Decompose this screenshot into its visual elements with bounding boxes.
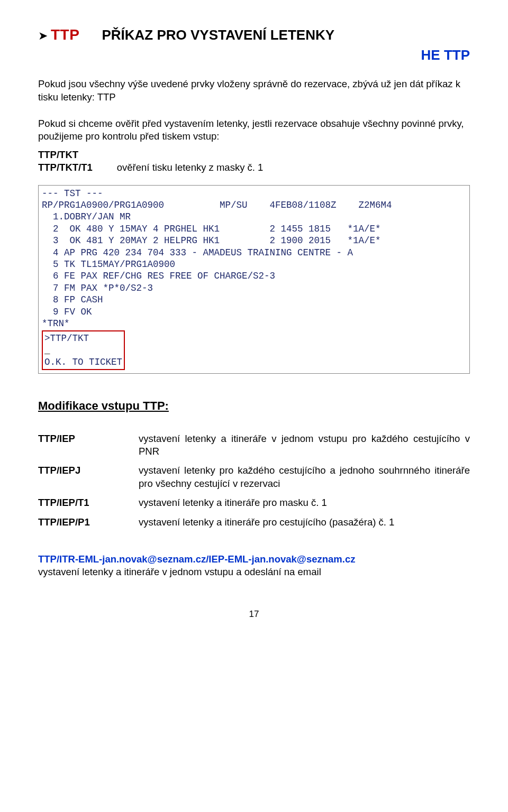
page-title-row: ➤ TTP PŘÍKAZ PRO VYSTAVENÍ LETENKY bbox=[38, 25, 470, 45]
intro-paragraph-1: Pokud jsou všechny výše uvedené prvky vl… bbox=[38, 78, 470, 104]
terminal-output: --- TST --- RP/PRG1A0900/PRG1A0900 MP/SU… bbox=[38, 185, 470, 374]
cmd-ttp-tkt-desc bbox=[117, 149, 264, 161]
tst-line: --- TST --- bbox=[42, 188, 466, 199]
modifications-heading: Modifikace vstupu TTP: bbox=[38, 398, 470, 413]
cmd-ttp-tkt-t1-desc: ověření tisku letenky z masky č. 1 bbox=[117, 161, 264, 174]
tst-line: 4 AP PRG 420 234 704 333 - AMADEUS TRAIN… bbox=[42, 247, 466, 259]
command-table: TTP/TKT TTP/TKT/T1 ověření tisku letenky… bbox=[38, 149, 263, 174]
tst-line: 2 OK 480 Y 15MAY 4 PRGHEL HK1 2 1455 181… bbox=[42, 223, 466, 235]
tst-cmd-line: >TTP/TKT bbox=[44, 333, 89, 344]
modifications-table: TTP/IEP vystavení letenky a itineráře v … bbox=[38, 426, 470, 535]
caret-icon: _ bbox=[44, 345, 122, 356]
mod-desc: vystavení letenky a itineráře v jednom v… bbox=[139, 432, 470, 458]
tst-line: 8 FP CASH bbox=[42, 294, 466, 306]
tst-line: 1.DOBRY/JAN MR bbox=[42, 211, 466, 223]
tst-line: 6 FE PAX REF/CHG RES FREE OF CHARGE/S2-3 bbox=[42, 270, 466, 282]
mod-desc: vystavení letenky pro každého cestujícíh… bbox=[139, 464, 470, 490]
tst-ok-line: O.K. TO TICKET bbox=[44, 356, 122, 368]
email-command-desc: vystavení letenky a itineráře v jednom v… bbox=[38, 566, 470, 578]
highlight-box: >TTP/TKT _ O.K. TO TICKET bbox=[42, 330, 125, 370]
mod-desc: vystavení letenky a itineráře pro cestuj… bbox=[139, 516, 470, 529]
mod-cmd: TTP/IEP/T1 bbox=[38, 496, 139, 509]
tst-line: 5 TK TL15MAY/PRG1A0900 bbox=[42, 259, 466, 270]
mod-cmd: TTP/IEP/P1 bbox=[38, 516, 139, 529]
cmd-ttp-tkt-t1: TTP/TKT/T1 bbox=[38, 162, 93, 173]
mod-cmd: TTP/IEPJ bbox=[38, 464, 139, 490]
cmd-ttp-tkt: TTP/TKT bbox=[38, 149, 78, 160]
title-main: PŘÍKAZ PRO VYSTAVENÍ LETENKY bbox=[102, 26, 334, 44]
page-number: 17 bbox=[38, 608, 470, 620]
intro-paragraph-2: Pokud si chceme ověřit před vystavením l… bbox=[38, 117, 470, 143]
title-ttp: TTP bbox=[51, 25, 79, 45]
he-ttp: HE TTP bbox=[38, 46, 470, 64]
tst-line: 3 OK 481 Y 20MAY 2 HELPRG HK1 2 1900 201… bbox=[42, 235, 466, 246]
tst-line: 7 FM PAX *P*0/S2-3 bbox=[42, 282, 466, 294]
mod-cmd: TTP/IEP bbox=[38, 432, 139, 458]
tst-line: 9 FV OK bbox=[42, 306, 466, 318]
mod-desc: vystavení letenky a itineráře pro masku … bbox=[139, 496, 470, 509]
chevron-right-icon: ➤ bbox=[38, 28, 48, 43]
tst-line: *TRN* bbox=[42, 318, 466, 329]
email-command: TTP/ITR-EML-jan.novak@seznam.cz/IEP-EML-… bbox=[38, 553, 355, 565]
tst-line: RP/PRG1A0900/PRG1A0900 MP/SU 4FEB08/1108… bbox=[42, 199, 466, 211]
